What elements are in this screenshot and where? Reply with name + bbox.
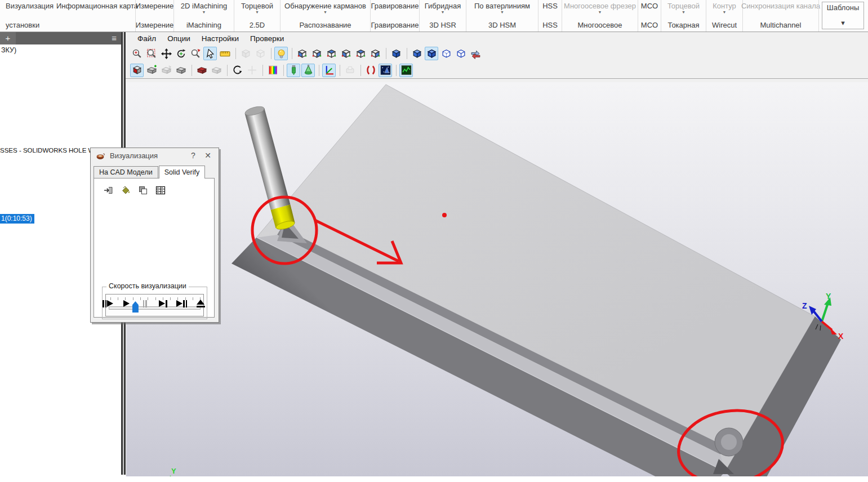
shaded-edges-view-icon bbox=[426, 48, 437, 59]
enter-simulation-button[interactable] bbox=[102, 184, 114, 197]
shaded-view-button[interactable] bbox=[410, 47, 424, 60]
color-scale-icon bbox=[268, 65, 278, 75]
ribbon-group-pocket-recognition[interactable]: Обнаружение карманов▼Распознавание bbox=[280, 0, 370, 32]
ribbon-label-top: По ватерлиниям bbox=[474, 2, 530, 11]
machine-simulation-button[interactable] bbox=[379, 64, 392, 77]
play-single-steps-button[interactable] bbox=[101, 297, 114, 310]
target-show-button[interactable] bbox=[195, 64, 208, 77]
stock-add-button[interactable] bbox=[145, 64, 158, 77]
ribbon-group-engraving[interactable]: ГравированиеГравирование bbox=[370, 0, 419, 32]
tool-show-icon bbox=[288, 65, 299, 75]
close-icon[interactable]: ✕ bbox=[201, 150, 215, 161]
ribbon-group-face-25d[interactable]: Торцевой▼2.5D bbox=[234, 0, 280, 32]
wireframe-view-button[interactable] bbox=[454, 47, 468, 60]
hidden-lines-view-button[interactable] bbox=[439, 47, 453, 60]
shaded-edges-view-button[interactable] bbox=[425, 47, 438, 60]
view-cube-bottom-button[interactable] bbox=[368, 47, 382, 60]
machined-part-icon bbox=[132, 65, 143, 75]
holder-show-button[interactable] bbox=[301, 64, 315, 77]
fixture-button bbox=[343, 64, 357, 77]
eject-button[interactable] bbox=[194, 297, 207, 310]
menu-item-checks[interactable]: Проверки bbox=[245, 33, 289, 44]
menu-item-settings[interactable]: Настройки bbox=[197, 33, 244, 44]
view-cube-left-button[interactable] bbox=[324, 47, 338, 60]
ribbon-label-bottom: установки bbox=[6, 21, 39, 29]
stock-show-button[interactable] bbox=[174, 64, 188, 77]
zoom-dynamic-button[interactable] bbox=[189, 47, 202, 60]
ribbon-group-wirecut-contour[interactable]: Контур▼Wirecut bbox=[706, 0, 742, 32]
toolbar-separator bbox=[396, 65, 397, 76]
operations-table-icon bbox=[155, 185, 166, 195]
viewport-3d-scene[interactable]: Y Z X Y bbox=[126, 82, 868, 476]
stock-copy-icon bbox=[161, 65, 172, 75]
play-to-next-button[interactable] bbox=[175, 297, 189, 310]
light-bulb-icon bbox=[276, 48, 287, 59]
chevron-down-icon: ▼ bbox=[202, 11, 206, 15]
fixture-icon bbox=[345, 65, 355, 75]
view-cube-top-button[interactable] bbox=[354, 47, 367, 60]
ribbon-group-hybrid-3dhsr[interactable]: Гибридная▼3D HSR bbox=[419, 0, 466, 32]
refresh-view-button[interactable] bbox=[469, 47, 482, 60]
dialog-titlebar[interactable]: Визуализация ? ✕ bbox=[91, 148, 219, 163]
tab-solid-verify[interactable]: Solid Verify bbox=[159, 166, 206, 178]
rotate-part-button[interactable] bbox=[230, 64, 244, 77]
operations-table-button[interactable] bbox=[154, 184, 167, 197]
compare-icon bbox=[211, 65, 222, 75]
axis-y-label: Y bbox=[826, 292, 831, 301]
ribbon-group-hss[interactable]: HSSHSS bbox=[538, 0, 562, 32]
view-cube-right-button[interactable] bbox=[339, 47, 353, 60]
ribbon-group-templates[interactable]: Шаблоны▾ bbox=[818, 0, 867, 32]
zoom-window-button[interactable] bbox=[145, 47, 158, 60]
rotate-view-button[interactable] bbox=[174, 47, 188, 60]
zoom-in-icon bbox=[132, 48, 143, 59]
ribbon-group-mco[interactable]: MCOMCO bbox=[638, 0, 661, 32]
play-button[interactable] bbox=[119, 297, 133, 310]
simulation-workarea: ФайлОпцииНастройкиПроверки bbox=[126, 32, 868, 476]
gcode-button[interactable] bbox=[364, 64, 377, 77]
ribbon-group-turning-face[interactable]: Торцевой▼Токарная bbox=[661, 0, 706, 32]
pan-icon bbox=[161, 48, 172, 59]
hidden-lines-view-icon bbox=[441, 48, 452, 59]
hamburger-menu-icon[interactable]: ≡ bbox=[112, 32, 117, 44]
copy-button[interactable] bbox=[137, 184, 149, 197]
add-tab-button[interactable]: + bbox=[0, 32, 16, 44]
ribbon-label-bottom: Гравирование bbox=[371, 21, 419, 29]
pan-button[interactable] bbox=[159, 47, 173, 60]
menu-item-file[interactable]: Файл bbox=[132, 33, 161, 44]
menu-item-options[interactable]: Опции bbox=[162, 33, 195, 44]
view-cube-front-button[interactable] bbox=[295, 47, 309, 60]
view-cube-front-icon bbox=[297, 48, 308, 59]
isometric-view-button[interactable] bbox=[389, 47, 403, 60]
machined-part-button[interactable] bbox=[130, 64, 144, 77]
measure-ruler-button[interactable] bbox=[218, 47, 232, 60]
analysis-button[interactable] bbox=[399, 64, 413, 77]
color-scale-button[interactable] bbox=[266, 64, 279, 77]
chevron-down-icon: ▼ bbox=[255, 11, 259, 15]
view-box-icon bbox=[255, 48, 266, 59]
ribbon-label-bottom: Wirecut bbox=[712, 21, 737, 29]
tree-node-label: ЗКУ) bbox=[1, 46, 16, 54]
ribbon-group-imachining-2d[interactable]: 2D iMachining▼iMachining bbox=[173, 0, 234, 32]
zoom-in-button[interactable] bbox=[130, 47, 144, 60]
toolbar-separator bbox=[360, 65, 361, 76]
ribbon-group-information-card[interactable]: Информационная карта bbox=[59, 0, 135, 32]
ribbon-label-top: Торцевой bbox=[241, 2, 273, 11]
ribbon-group-multichannel-sync[interactable]: Синхронизация каналаMultichannel bbox=[742, 0, 818, 32]
paint-bucket-button[interactable] bbox=[119, 184, 132, 197]
dialog-title: Визуализация bbox=[110, 151, 186, 160]
help-button[interactable]: ? bbox=[186, 150, 201, 161]
ribbon-label-top: HSS bbox=[542, 2, 558, 11]
tab-cad-model[interactable]: На CAD Модели bbox=[94, 166, 158, 178]
ribbon-group-visualization-setups[interactable]: Визуализацияустановки bbox=[0, 0, 59, 32]
select-cursor-button[interactable] bbox=[203, 47, 217, 60]
view-cube-back-button[interactable] bbox=[310, 47, 323, 60]
ribbon-group-multiaxis-milling[interactable]: Многоосевое фрезер▼Многоосевое bbox=[562, 0, 638, 32]
tool-show-button[interactable] bbox=[287, 64, 300, 77]
ribbon-group-waterline-3dhsm[interactable]: По ватерлиниям▼3D HSM bbox=[466, 0, 538, 32]
ribbon-group-measure[interactable]: ИзмерениеИзмерение bbox=[135, 0, 173, 32]
light-bulb-button[interactable] bbox=[274, 47, 288, 60]
coordinate-system-button[interactable] bbox=[322, 64, 336, 77]
ribbon-label-bottom: ▾ bbox=[841, 19, 845, 27]
operation-time-badge[interactable]: 1(0:10:53) bbox=[0, 214, 34, 224]
play-to-end-button[interactable] bbox=[157, 297, 170, 310]
